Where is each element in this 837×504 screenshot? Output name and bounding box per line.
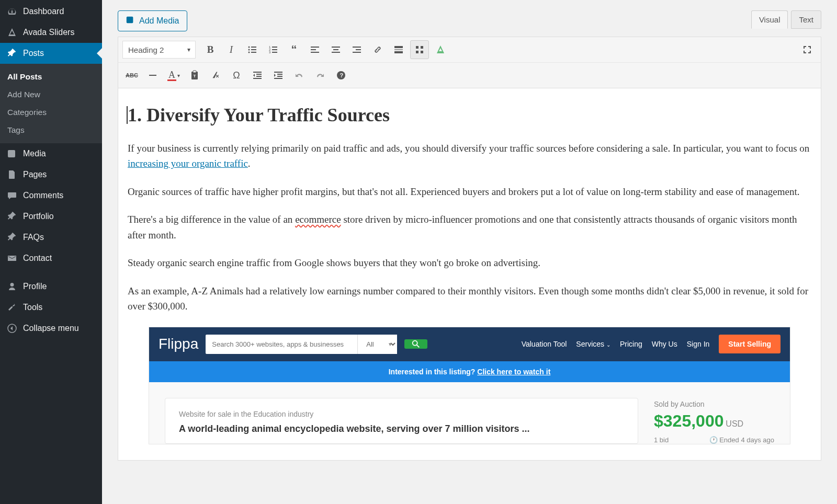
menu-faqs[interactable]: FAQs — [0, 227, 102, 248]
strikethrough-button[interactable]: ABC — [122, 66, 141, 85]
svg-rect-19 — [353, 47, 361, 48]
align-center-button[interactable] — [326, 40, 345, 59]
embedded-image: Flippa All Valuation Tool Services ⌄ Pri… — [149, 327, 790, 444]
numbered-list-button[interactable]: 123 — [264, 40, 282, 59]
indent-button[interactable] — [269, 66, 288, 85]
align-left-button[interactable] — [306, 40, 324, 59]
undo-button[interactable] — [290, 66, 309, 85]
svg-rect-38 — [277, 74, 282, 75]
svg-rect-21 — [353, 52, 361, 53]
tab-text[interactable]: Text — [791, 10, 821, 29]
special-character-button[interactable]: Ω — [227, 66, 246, 85]
submenu-all-posts[interactable]: All Posts — [0, 68, 102, 86]
submenu-tags[interactable]: Tags — [0, 121, 102, 139]
menu-avada-sliders[interactable]: Avada Sliders — [0, 22, 102, 43]
flippa-search-input — [206, 335, 357, 354]
menu-portfolio[interactable]: Portfolio — [0, 206, 102, 227]
text-cursor — [127, 106, 128, 124]
submenu-add-new[interactable]: Add New — [0, 86, 102, 104]
flippa-banner: Interested in this listing? Click here t… — [149, 361, 790, 382]
svg-point-1 — [248, 47, 250, 48]
comments-icon — [6, 190, 18, 201]
organic-traffic-link[interactable]: increasing your organic traffic — [128, 158, 248, 169]
svg-rect-37 — [274, 72, 282, 73]
svg-rect-6 — [251, 52, 256, 53]
tools-icon — [6, 302, 18, 313]
svg-point-5 — [248, 52, 250, 53]
tab-visual[interactable]: Visual — [751, 10, 788, 29]
svg-rect-17 — [333, 49, 338, 50]
fullscreen-button[interactable] — [798, 40, 817, 59]
menu-label: Contact — [23, 254, 52, 263]
add-media-label: Add Media — [139, 16, 179, 26]
svg-rect-13 — [311, 47, 319, 48]
menu-contact[interactable]: Contact — [0, 248, 102, 269]
paste-text-button[interactable]: T — [185, 66, 204, 85]
listing-ended: 🕐 Ended 4 days ago — [709, 436, 774, 444]
menu-collapse[interactable]: Collapse menu — [0, 318, 102, 339]
flippa-nav-signin: Sign In — [687, 340, 710, 348]
user-icon — [6, 281, 18, 292]
svg-text:?: ? — [340, 72, 344, 78]
svg-rect-16 — [332, 47, 340, 48]
menu-label: Pages — [23, 170, 47, 179]
svg-rect-8 — [272, 47, 277, 48]
menu-comments[interactable]: Comments — [0, 185, 102, 206]
menu-posts[interactable]: Posts — [0, 43, 102, 64]
pin-icon — [6, 211, 18, 222]
svg-point-43 — [413, 341, 417, 346]
admin-sidebar: Dashboard Avada Sliders Posts All Posts … — [0, 0, 102, 504]
listing-title: A world-leading animal encyclopedia webs… — [179, 422, 624, 436]
add-media-button[interactable]: Add Media — [118, 10, 187, 31]
submenu-categories[interactable]: Categories — [0, 104, 102, 121]
menu-media[interactable]: Media — [0, 143, 102, 164]
clear-formatting-button[interactable] — [206, 66, 225, 85]
outdent-button[interactable] — [248, 66, 267, 85]
text-color-button[interactable]: A▾ — [164, 66, 183, 85]
editor-body[interactable]: 1. Diversify Your Traffic Sources If you… — [118, 88, 821, 461]
listing-currency: USD — [726, 419, 743, 428]
flippa-nav-pricing: Pricing — [620, 340, 642, 348]
svg-rect-40 — [274, 78, 282, 79]
content-heading: 1. Diversify Your Traffic Sources — [128, 104, 811, 126]
editor-main: Add Media Visual Text Heading 2 B I 123 … — [102, 0, 837, 504]
avada-builder-button[interactable] — [431, 40, 450, 59]
blockquote-button[interactable]: “ — [285, 40, 303, 59]
pages-icon — [6, 169, 18, 180]
link-button[interactable] — [368, 40, 387, 59]
svg-text:3: 3 — [269, 51, 271, 54]
italic-button[interactable]: I — [222, 40, 241, 59]
format-select[interactable]: Heading 2 — [122, 41, 196, 59]
svg-rect-20 — [356, 49, 361, 50]
menu-label: Collapse menu — [23, 324, 79, 333]
svg-rect-28 — [421, 51, 423, 53]
content-paragraph: As an example, A-Z Animals had a relativ… — [128, 283, 811, 314]
flippa-watch-link: Click here to watch it — [477, 368, 550, 376]
menu-tools[interactable]: Tools — [0, 297, 102, 318]
horizontal-rule-button[interactable] — [143, 66, 162, 85]
svg-rect-33 — [253, 72, 262, 73]
help-button[interactable]: ? — [332, 66, 350, 85]
menu-pages[interactable]: Pages — [0, 164, 102, 185]
mail-icon — [6, 253, 18, 264]
menu-label: FAQs — [23, 233, 44, 242]
collapse-icon — [6, 323, 18, 334]
read-more-button[interactable] — [389, 40, 408, 59]
content-paragraph: If your business is currently relying pr… — [128, 141, 811, 171]
content-paragraph: There's a big difference in the value of… — [128, 212, 811, 243]
svg-rect-34 — [256, 74, 262, 75]
bulleted-list-button[interactable] — [243, 40, 262, 59]
menu-label: Posts — [23, 49, 44, 58]
bold-button[interactable]: B — [201, 40, 220, 59]
svg-rect-4 — [251, 49, 256, 50]
listing-category: Website for sale in the Education indust… — [179, 410, 624, 418]
align-right-button[interactable] — [347, 40, 366, 59]
listing-sold-by: Sold by Auction — [654, 400, 774, 408]
svg-rect-12 — [272, 52, 277, 53]
menu-dashboard[interactable]: Dashboard — [0, 1, 102, 22]
menu-profile[interactable]: Profile — [0, 276, 102, 297]
flippa-logo: Flippa — [159, 336, 198, 352]
redo-button[interactable] — [311, 66, 330, 85]
toolbar-toggle-button[interactable] — [410, 40, 429, 59]
menu-label: Profile — [23, 282, 47, 291]
